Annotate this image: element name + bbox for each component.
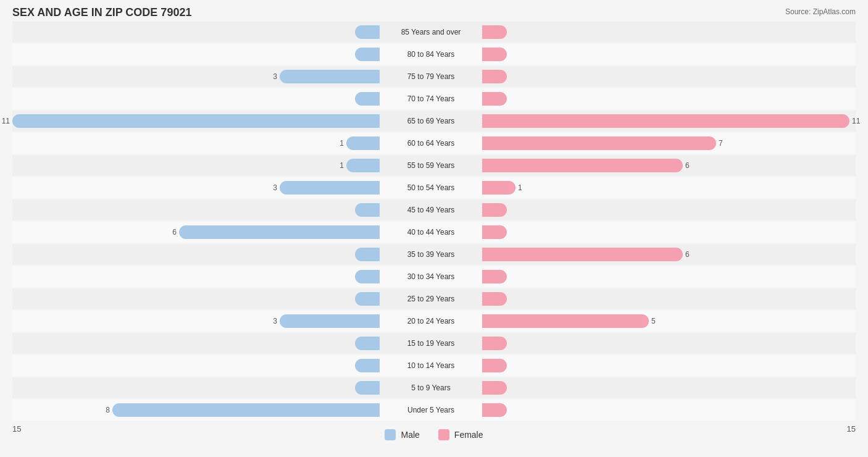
blue-bar [355, 292, 380, 306]
half-right [482, 66, 849, 87]
blue-bar [112, 403, 380, 417]
pink-bar [482, 225, 507, 239]
half-right [482, 222, 849, 243]
half-left [12, 377, 380, 398]
half-left [12, 355, 380, 376]
half-left [12, 266, 380, 287]
male-value: 6 [172, 228, 177, 237]
age-label: 65 to 69 Years [380, 117, 482, 125]
half-right [482, 22, 849, 43]
half-left [12, 44, 380, 65]
blue-bar [355, 270, 380, 283]
bar-row: 320 to 24 Years5 [12, 311, 856, 332]
half-left: 1 [12, 155, 380, 176]
axis-right: 15 [847, 424, 856, 440]
blue-bar [280, 70, 380, 83]
male-value: 11 [2, 117, 10, 125]
pink-bar [482, 337, 507, 350]
pink-bar [482, 114, 849, 128]
female-value: 1 [518, 183, 522, 192]
age-label: 25 to 29 Years [380, 295, 482, 303]
blue-bar [12, 114, 380, 128]
pink-bar [482, 270, 507, 283]
axis-left: 15 [12, 424, 21, 440]
half-right: 7 [482, 133, 849, 154]
female-value: 7 [719, 139, 723, 148]
blue-bar [280, 314, 380, 328]
blue-bar [355, 203, 380, 217]
pink-bar [482, 159, 683, 172]
half-right: 5 [482, 311, 849, 332]
half-right [482, 266, 849, 287]
blue-bar [346, 136, 380, 150]
half-right [482, 333, 849, 354]
age-label: 85 Years and over [380, 28, 482, 36]
age-label: 70 to 74 Years [380, 94, 482, 103]
bar-row: 45 to 49 Years [12, 199, 856, 220]
half-left [12, 199, 380, 220]
source-label: Source: ZipAtlas.com [785, 7, 856, 16]
pink-bar [482, 48, 507, 61]
half-right: 11 [482, 111, 849, 132]
bar-row: 25 to 29 Years [12, 288, 856, 309]
bar-row: 375 to 79 Years [12, 66, 856, 87]
age-label: Under 5 Years [380, 406, 482, 414]
age-label: 60 to 64 Years [380, 139, 482, 148]
blue-bar [355, 25, 380, 39]
age-label: 20 to 24 Years [380, 317, 482, 325]
legend-male: Male [385, 429, 419, 440]
male-value: 3 [273, 72, 277, 81]
pink-bar [482, 403, 507, 417]
blue-bar [346, 159, 380, 172]
bar-row: 160 to 64 Years7 [12, 133, 856, 154]
legend-male-label: Male [401, 430, 419, 440]
age-label: 50 to 54 Years [380, 183, 482, 192]
bar-row: 155 to 59 Years6 [12, 155, 856, 176]
male-value: 8 [106, 406, 110, 414]
blue-bar [355, 92, 380, 106]
legend-female-label: Female [454, 430, 483, 440]
chart-container: SEX AND AGE IN ZIP CODE 79021 Source: Zi… [0, 0, 868, 457]
age-label: 40 to 44 Years [380, 228, 482, 237]
half-left: 3 [12, 177, 380, 198]
bar-row: 5 to 9 Years [12, 377, 856, 398]
blue-bar [355, 381, 380, 395]
half-right [482, 288, 849, 309]
half-right [482, 377, 849, 398]
pink-bar [482, 203, 507, 217]
bar-row: 70 to 74 Years [12, 88, 856, 109]
age-label: 5 to 9 Years [380, 384, 482, 392]
half-right: 6 [482, 155, 849, 176]
half-right [482, 400, 849, 421]
legend: Male Female [385, 429, 483, 440]
half-right: 1 [482, 177, 849, 198]
pink-bar [482, 92, 507, 106]
female-value: 6 [685, 250, 690, 259]
age-label: 30 to 34 Years [380, 272, 482, 281]
half-left: 1 [12, 133, 380, 154]
male-value: 3 [273, 183, 277, 192]
female-value: 6 [685, 161, 690, 170]
bar-row: 10 to 14 Years [12, 355, 856, 376]
blue-bar [355, 359, 380, 372]
bar-row: 35 to 39 Years6 [12, 244, 856, 265]
pink-bar [482, 248, 683, 261]
male-value: 1 [340, 139, 344, 148]
age-label: 75 to 79 Years [380, 72, 482, 81]
blue-bar [355, 48, 380, 61]
blue-bar [355, 248, 380, 261]
half-right [482, 199, 849, 220]
bar-row: 350 to 54 Years1 [12, 177, 856, 198]
half-left [12, 88, 380, 109]
half-right [482, 44, 849, 65]
pink-bar [482, 359, 507, 372]
half-left: 6 [12, 222, 380, 243]
male-value: 1 [340, 161, 344, 170]
legend-female-box [438, 429, 449, 440]
bar-row: 85 Years and over [12, 22, 856, 43]
pink-bar [482, 70, 507, 83]
legend-female: Female [438, 429, 483, 440]
blue-bar [179, 225, 380, 239]
pink-bar [482, 292, 507, 306]
pink-bar [482, 136, 716, 150]
